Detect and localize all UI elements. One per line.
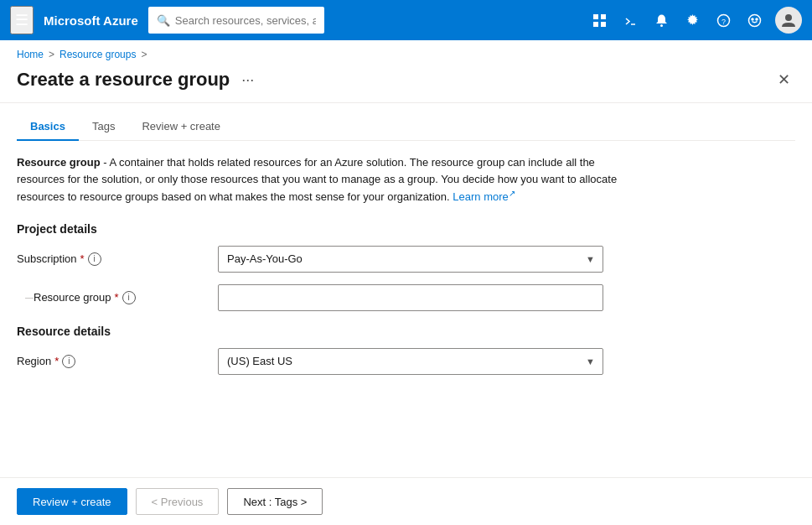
subscription-label: Subscription * i xyxy=(17,252,218,266)
page-header: Create a resource group ··· ✕ xyxy=(0,64,812,103)
region-select[interactable]: (US) East US xyxy=(218,348,603,375)
brand-name: Microsoft Azure xyxy=(44,13,138,28)
topbar: ☰ Microsoft Azure 🔍 ? xyxy=(0,0,812,40)
tabs: Basics Tags Review + create xyxy=(17,103,795,141)
close-button[interactable]: ✕ xyxy=(773,67,795,92)
region-control: (US) East US ▼ xyxy=(218,348,603,375)
resource-group-input[interactable] xyxy=(218,284,603,311)
search-wrap: 🔍 xyxy=(148,7,467,34)
hamburger-menu-button[interactable]: ☰ xyxy=(10,6,34,34)
region-row: Region * i (US) East US ▼ xyxy=(17,348,795,375)
search-input[interactable] xyxy=(148,7,324,34)
subscription-control: Pay-As-You-Go ▼ xyxy=(218,246,603,273)
svg-text:?: ? xyxy=(721,17,726,25)
main-area: Home > Resource groups > Create a resour… xyxy=(0,40,812,525)
region-label: Region * i xyxy=(17,355,218,368)
svg-point-12 xyxy=(785,14,792,21)
subscription-select[interactable]: Pay-As-You-Go xyxy=(218,246,603,273)
svg-point-9 xyxy=(749,14,761,26)
svg-rect-1 xyxy=(601,14,606,19)
resource-details-header: Resource details xyxy=(17,325,795,338)
description-body: - A container that holds related resourc… xyxy=(17,156,617,203)
resource-group-label: Resource group * i xyxy=(34,291,218,304)
svg-rect-2 xyxy=(593,22,598,27)
portal-button[interactable] xyxy=(586,8,613,33)
footer: Review + create < Previous Next : Tags > xyxy=(0,477,812,525)
review-create-button[interactable]: Review + create xyxy=(17,488,127,515)
resource-group-control xyxy=(218,284,603,311)
subscription-select-wrap: Pay-As-You-Go ▼ xyxy=(218,246,603,273)
avatar[interactable] xyxy=(775,7,802,34)
region-required-star: * xyxy=(54,355,59,367)
help-button[interactable]: ? xyxy=(710,8,737,33)
content-area: Basics Tags Review + create Resource gro… xyxy=(0,103,812,477)
cloudshell-button[interactable] xyxy=(617,8,644,33)
tab-review-create[interactable]: Review + create xyxy=(128,113,234,141)
tab-tags[interactable]: Tags xyxy=(79,113,128,141)
page-title: Create a resource group xyxy=(17,69,230,91)
learn-more-link[interactable]: Learn more↗ xyxy=(453,190,515,203)
project-details-header: Project details xyxy=(17,222,795,236)
topbar-icons: ? xyxy=(586,7,802,34)
breadcrumb-sep-2: > xyxy=(141,49,147,60)
breadcrumb-home[interactable]: Home xyxy=(17,49,44,60)
ellipsis-button[interactable]: ··· xyxy=(238,70,257,91)
previous-button[interactable]: < Previous xyxy=(136,488,220,515)
external-link-icon: ↗ xyxy=(509,189,515,198)
svg-point-10 xyxy=(752,18,753,20)
svg-point-5 xyxy=(660,24,663,27)
breadcrumb-resource-groups[interactable]: Resource groups xyxy=(59,49,136,60)
region-select-wrap: (US) East US ▼ xyxy=(218,348,603,375)
subscription-info-icon[interactable]: i xyxy=(88,252,101,266)
subscription-row: Subscription * i Pay-As-You-Go ▼ xyxy=(17,246,795,273)
breadcrumb: Home > Resource groups > xyxy=(0,40,812,64)
svg-point-11 xyxy=(756,18,758,20)
resource-group-required-star: * xyxy=(115,291,119,304)
feedback-button[interactable] xyxy=(741,8,768,33)
description-text: Resource group - A container that holds … xyxy=(17,154,620,205)
tab-basics[interactable]: Basics xyxy=(17,113,79,141)
resource-group-info-icon[interactable]: i xyxy=(122,291,136,304)
subscription-required-star: * xyxy=(80,252,85,265)
settings-button[interactable] xyxy=(679,8,706,33)
region-info-icon[interactable]: i xyxy=(62,355,75,368)
resource-group-row: Resource group * i xyxy=(17,284,795,311)
breadcrumb-sep-1: > xyxy=(49,49,54,60)
notifications-button[interactable] xyxy=(648,8,675,33)
next-button[interactable]: Next : Tags > xyxy=(227,488,323,515)
description-bold: Resource group xyxy=(17,156,101,169)
svg-rect-3 xyxy=(601,22,606,27)
svg-rect-0 xyxy=(593,14,598,19)
